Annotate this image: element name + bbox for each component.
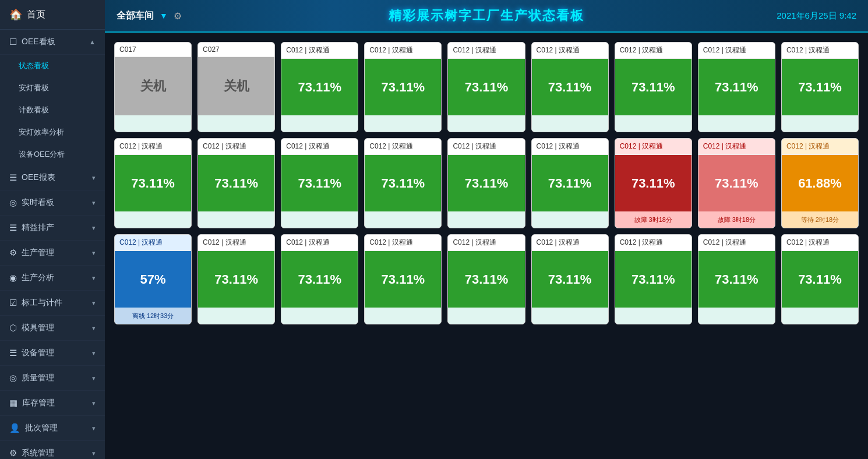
chevron-down-icon: ▾	[92, 174, 96, 182]
sidebar-item-oee-report[interactable]: ☰ OEE报表 ▾	[0, 165, 105, 190]
card-footer	[198, 211, 274, 228]
machine-card-r3c6[interactable]: C012 | 汉程通 73.11%	[531, 234, 609, 324]
card-value: 73.11%	[532, 59, 608, 115]
card-value: 57%	[115, 251, 191, 308]
machine-card-r1c4[interactable]: C012 | 汉程通 73.11%	[364, 42, 442, 132]
sidebar-item-batch-mgmt[interactable]: 👤 批次管理 ▾	[0, 416, 105, 441]
machine-card-r3c5[interactable]: C012 | 汉程通 73.11%	[447, 234, 525, 324]
card-footer-offline: 离线 12时33分	[115, 308, 191, 324]
machine-grid-row3: C012 | 汉程通 57% 离线 12时33分 C012 | 汉程通 73.1…	[114, 234, 859, 324]
sidebar-item-system-mgmt[interactable]: ⚙ 系统管理 ▾	[0, 441, 105, 459]
sidebar-subitem-light-board[interactable]: 安灯看板	[0, 77, 105, 99]
card-footer-fault: 故障 3时18分	[615, 211, 691, 228]
quality-icon: ◎	[9, 373, 17, 383]
main-area: 全部车间 ▼ ⚙ 精彩展示树字工厂生产状态看板 2021年6月25日 9:42 …	[105, 0, 868, 459]
sidebar-item-device-mgmt[interactable]: ☰ 设备管理 ▾	[0, 341, 105, 366]
card-value: 73.11%	[198, 251, 274, 308]
card-value: 73.11%	[365, 155, 441, 211]
sidebar-item-realtime[interactable]: ◎ 实时看板 ▾	[0, 190, 105, 216]
page-title: 精彩展示树字工厂生产状态看板	[389, 7, 584, 24]
workshop-selector[interactable]: 全部车间	[117, 10, 154, 22]
machine-card-r2c1[interactable]: C012 | 汉程通 73.11%	[114, 138, 192, 228]
machine-card-r3c8[interactable]: C012 | 汉程通 73.11%	[698, 234, 775, 324]
card-footer	[698, 115, 775, 132]
card-value: 关机	[115, 57, 191, 115]
card-value: 73.11%	[698, 59, 775, 115]
machine-card-r2c7[interactable]: C012 | 汉程通 73.11% 故障 3时18分	[615, 138, 692, 228]
oee-icon: ☐	[9, 37, 17, 47]
card-value: 关机	[198, 57, 274, 115]
mold-icon: ⬡	[9, 323, 17, 333]
machine-card-r1c8[interactable]: C012 | 汉程通 73.11%	[698, 42, 775, 132]
card-value: 73.11%	[532, 251, 608, 308]
card-footer-fault: 故障 3时18分	[698, 211, 775, 228]
card-footer	[115, 211, 191, 228]
sidebar: 🏠 首页 ☐ OEE看板 ▲ 状态看板 安灯看板 计数看板 安灯效率分析 设备O…	[0, 0, 105, 459]
machine-card-r1c9[interactable]: C012 | 汉程通 73.11%	[781, 42, 859, 132]
machine-grid-row1: C017 关机 C027 关机 C012 | 汉程通 73.11%	[114, 42, 859, 132]
home-label: 首页	[27, 9, 45, 21]
chevron-down-icon5: ▾	[92, 274, 96, 282]
chevron-down-icon11: ▾	[92, 425, 96, 432]
sidebar-item-mold-mgmt[interactable]: ⬡ 模具管理 ▾	[0, 316, 105, 341]
chevron-down-icon2: ▾	[92, 199, 96, 207]
machine-card-r2c4[interactable]: C012 | 汉程通 73.11%	[364, 138, 442, 228]
machine-card-c027[interactable]: C027 关机	[197, 42, 275, 132]
machine-card-r3c9[interactable]: C012 | 汉程通 73.11%	[781, 234, 859, 324]
chevron-down-icon10: ▾	[92, 400, 96, 407]
sidebar-item-prod-analysis[interactable]: ◉ 生产分析 ▾	[0, 266, 105, 291]
machine-card-r1c6[interactable]: C012 | 汉程通 73.11%	[531, 42, 609, 132]
machine-card-r1c7[interactable]: C012 | 汉程通 73.11%	[615, 42, 692, 132]
machine-card-r2c5[interactable]: C012 | 汉程通 73.11%	[447, 138, 525, 228]
card-value: 73.11%	[448, 251, 524, 308]
card-footer	[615, 308, 691, 324]
inventory-icon: ▦	[9, 398, 17, 408]
card-footer	[115, 115, 191, 132]
machine-card-c017[interactable]: C017 关机	[114, 42, 192, 132]
settings-icon[interactable]: ⚙	[174, 10, 182, 22]
dropdown-icon[interactable]: ▼	[160, 11, 168, 20]
machine-card-r2c3[interactable]: C012 | 汉程通 73.11%	[281, 138, 358, 228]
machine-card-r3c3[interactable]: C012 | 汉程通 73.11%	[281, 234, 358, 324]
card-value: 61.88%	[782, 155, 858, 211]
card-value: 73.11%	[448, 155, 524, 211]
label-icon: ☑	[9, 298, 17, 308]
card-header: C017	[115, 43, 191, 57]
sidebar-subitem-light-analysis[interactable]: 安灯效率分析	[0, 121, 105, 143]
chevron-down-icon3: ▾	[92, 224, 96, 232]
card-footer	[198, 115, 274, 132]
machine-card-r2c6[interactable]: C012 | 汉程通 73.11%	[531, 138, 609, 228]
report-icon: ☰	[9, 172, 17, 183]
sidebar-item-lean[interactable]: ☰ 精益排产 ▾	[0, 216, 105, 241]
sidebar-subitem-count-board[interactable]: 计数看板	[0, 99, 105, 121]
card-footer	[365, 211, 441, 228]
machine-grid-row2: C012 | 汉程通 73.11% C012 | 汉程通 73.11% C012…	[114, 138, 859, 228]
sidebar-subitem-device-oee[interactable]: 设备OEE分析	[0, 143, 105, 165]
card-footer	[448, 211, 524, 228]
card-value: 73.11%	[782, 59, 858, 115]
card-footer	[782, 308, 858, 324]
card-value: 73.11%	[281, 155, 358, 211]
machine-card-r2c9[interactable]: C012 | 汉程通 61.88% 等待 2时18分	[781, 138, 859, 228]
sidebar-item-quality-mgmt[interactable]: ◎ 质量管理 ▾	[0, 366, 105, 391]
card-value: 73.11%	[281, 251, 358, 308]
machine-card-r1c3[interactable]: C012 | 汉程通 73.11%	[281, 42, 358, 132]
home-icon: 🏠	[9, 8, 22, 21]
sidebar-item-oee-board[interactable]: ☐ OEE看板 ▲	[0, 30, 105, 55]
machine-card-r3c7[interactable]: C012 | 汉程通 73.11%	[615, 234, 692, 324]
machine-card-r3c1[interactable]: C012 | 汉程通 57% 离线 12时33分	[114, 234, 192, 324]
machine-card-r3c2[interactable]: C012 | 汉程通 73.11%	[197, 234, 275, 324]
sidebar-logo[interactable]: 🏠 首页	[0, 0, 105, 30]
machine-card-r2c2[interactable]: C012 | 汉程通 73.11%	[197, 138, 275, 228]
sidebar-item-label-meter[interactable]: ☑ 标工与计件 ▾	[0, 291, 105, 316]
card-footer	[782, 115, 858, 132]
sidebar-subitem-status-board[interactable]: 状态看板	[0, 55, 105, 77]
machine-card-r2c8[interactable]: C012 | 汉程通 73.11% 故障 3时18分	[698, 138, 775, 228]
card-value: 73.11%	[698, 155, 775, 211]
machine-card-r1c5[interactable]: C012 | 汉程通 73.11%	[447, 42, 525, 132]
sidebar-item-prod-mgmt[interactable]: ⚙ 生产管理 ▾	[0, 241, 105, 266]
machine-card-r3c4[interactable]: C012 | 汉程通 73.11%	[364, 234, 442, 324]
card-value: 73.11%	[448, 59, 524, 115]
chevron-down-icon4: ▾	[92, 249, 96, 257]
sidebar-item-inventory-mgmt[interactable]: ▦ 库存管理 ▾	[0, 391, 105, 416]
